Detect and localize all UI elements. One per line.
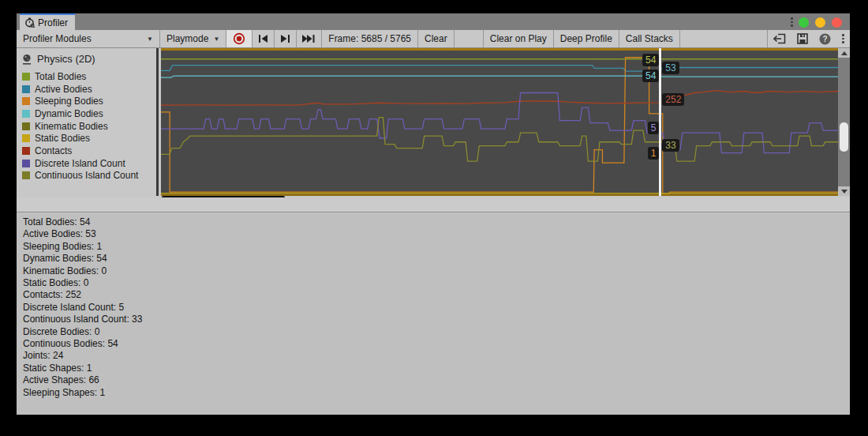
legend-swatch bbox=[22, 147, 30, 155]
chart-vertical-scrollbar[interactable] bbox=[838, 48, 850, 196]
details-stat-line: Total Bodies: 54 bbox=[23, 216, 844, 228]
chart-legend: Total BodiesActive BodiesSleeping Bodies… bbox=[22, 70, 156, 182]
traffic-light-yellow[interactable] bbox=[815, 17, 825, 28]
chart-row: Physics (2D) Total BodiesActive BodiesSl… bbox=[17, 48, 850, 196]
legend-swatch bbox=[22, 97, 30, 105]
next-frame-icon bbox=[280, 35, 290, 43]
details-stat-line: Kinematic Bodies: 0 bbox=[23, 265, 844, 277]
svg-text:?: ? bbox=[822, 35, 827, 43]
legend-label: Continuous Island Count bbox=[35, 170, 138, 181]
traffic-light-red[interactable] bbox=[832, 17, 842, 28]
series-line-active-bodies bbox=[161, 66, 838, 72]
profiler-stopwatch-icon bbox=[24, 17, 35, 28]
call-stacks-button[interactable]: Call Stacks bbox=[619, 30, 679, 47]
frame-value-badge: 5 bbox=[648, 122, 660, 134]
frame-value-badge: 54 bbox=[642, 54, 659, 66]
module-title: Physics (2D) bbox=[37, 53, 95, 65]
context-menu-button[interactable] bbox=[836, 30, 850, 47]
details-panel: Total Bodies: 54Active Bodies: 53Sleepin… bbox=[17, 213, 850, 415]
screenshot-background: Profiler Profiler Modules ▼ Playmode ▼ bbox=[0, 0, 868, 436]
load-profile-button[interactable] bbox=[768, 30, 791, 47]
details-stat-line: Static Bodies: 0 bbox=[23, 277, 844, 289]
frame-value-badge: 252 bbox=[662, 93, 684, 106]
frame-counter: Frame: 5685 / 5765 bbox=[322, 30, 417, 47]
legend-label: Contacts bbox=[35, 145, 72, 156]
profiler-toolbar: Profiler Modules ▼ Playmode ▼ bbox=[17, 30, 850, 48]
kebab-menu-icon bbox=[842, 34, 844, 43]
playhead-line[interactable] bbox=[659, 48, 661, 196]
load-icon bbox=[773, 33, 786, 44]
physics-2d-icon bbox=[22, 54, 32, 65]
help-button[interactable]: ? bbox=[814, 30, 836, 47]
legend-label: Total Bodies bbox=[35, 71, 86, 82]
playmode-dropdown[interactable]: Playmode ▼ bbox=[160, 30, 226, 47]
legend-label: Static Bodies bbox=[35, 133, 90, 144]
frame-value-badge: 53 bbox=[662, 62, 679, 74]
tab-profiler-label: Profiler bbox=[38, 17, 68, 28]
traffic-light-green[interactable] bbox=[799, 17, 809, 28]
tab-strip: Profiler bbox=[17, 13, 850, 30]
legend-item-dynamic-bodies[interactable]: Dynamic Bodies bbox=[22, 107, 156, 120]
window-menu-icon[interactable] bbox=[791, 17, 793, 27]
frame-value-badge: 33 bbox=[662, 139, 679, 152]
details-stat-line: Continuous Bodies: 54 bbox=[23, 338, 844, 350]
module-header[interactable]: Physics (2D) bbox=[22, 53, 156, 65]
legend-item-active-bodies[interactable]: Active Bodies bbox=[22, 83, 156, 96]
last-frame-icon bbox=[302, 35, 316, 43]
details-stat-line: Active Shapes: 66 bbox=[23, 374, 844, 386]
legend-item-continuous-island-count[interactable]: Continuous Island Count bbox=[22, 170, 156, 182]
save-icon bbox=[797, 33, 808, 44]
scroll-down-button[interactable] bbox=[838, 186, 850, 196]
legend-item-kinematic-bodies[interactable]: Kinematic Bodies bbox=[22, 120, 156, 133]
chevron-down-icon: ▼ bbox=[213, 36, 219, 43]
series-line-sleeping-bodies bbox=[161, 58, 838, 194]
previous-frame-icon bbox=[258, 35, 268, 43]
toolbar-right-group: ? bbox=[768, 30, 850, 47]
legend-item-contacts[interactable]: Contacts bbox=[22, 145, 156, 157]
toolbar-gap bbox=[455, 30, 483, 47]
details-stat-line: Contacts: 252 bbox=[23, 289, 844, 301]
details-toolbar-strip bbox=[17, 197, 850, 212]
legend-swatch bbox=[22, 171, 30, 179]
legend-swatch bbox=[22, 73, 30, 81]
details-stat-line: Discrete Bodies: 0 bbox=[23, 326, 844, 338]
legend-item-sleeping-bodies[interactable]: Sleeping Bodies bbox=[22, 95, 156, 107]
current-frame-button[interactable] bbox=[297, 30, 321, 47]
record-button[interactable] bbox=[226, 30, 252, 47]
frame-value-badge: 1 bbox=[648, 147, 660, 160]
series-line-contacts bbox=[161, 91, 838, 106]
legend-swatch bbox=[22, 110, 30, 118]
toolbar-spacer bbox=[680, 30, 767, 47]
profiler-window: Profiler Profiler Modules ▼ Playmode ▼ bbox=[17, 13, 850, 415]
legend-label: Discrete Island Count bbox=[35, 158, 125, 169]
legend-item-static-bodies[interactable]: Static Bodies bbox=[22, 132, 156, 145]
legend-swatch bbox=[22, 85, 30, 93]
deep-profile-button[interactable]: Deep Profile bbox=[554, 30, 619, 47]
legend-swatch bbox=[22, 122, 30, 130]
series-line-dynamic-bodies bbox=[161, 76, 838, 77]
legend-item-total-bodies[interactable]: Total Bodies bbox=[22, 70, 156, 83]
details-stat-line: Joints: 24 bbox=[23, 350, 844, 362]
profiler-modules-dropdown[interactable]: Profiler Modules ▼ bbox=[17, 30, 159, 47]
clear-button[interactable]: Clear bbox=[418, 30, 454, 47]
next-frame-button[interactable] bbox=[275, 30, 296, 47]
legend-label: Kinematic Bodies bbox=[35, 121, 108, 132]
triangle-up-icon bbox=[841, 51, 847, 55]
details-stat-line: Continuous Island Count: 33 bbox=[23, 314, 844, 325]
clear-on-play-button[interactable]: Clear on Play bbox=[484, 30, 553, 47]
tab-profiler[interactable]: Profiler bbox=[20, 13, 75, 30]
legend-swatch bbox=[22, 134, 30, 142]
legend-swatch bbox=[22, 160, 30, 167]
legend-item-discrete-island-count[interactable]: Discrete Island Count bbox=[22, 157, 156, 170]
chart-vertical-scrollbar-thumb[interactable] bbox=[840, 122, 848, 152]
profiler-chart[interactable]: 5454515325233 bbox=[161, 48, 838, 196]
previous-frame-button[interactable] bbox=[253, 30, 274, 47]
profiler-modules-label: Profiler Modules bbox=[23, 33, 92, 44]
module-sidebar: Physics (2D) Total BodiesActive BodiesSl… bbox=[17, 48, 159, 196]
details-stat-line: Discrete Island Count: 5 bbox=[23, 302, 844, 314]
save-profile-button[interactable] bbox=[791, 30, 814, 47]
scroll-up-button[interactable] bbox=[838, 48, 850, 58]
details-stat-line: Active Bodies: 53 bbox=[23, 228, 844, 240]
details-stat-line: Sleeping Shapes: 1 bbox=[23, 387, 844, 399]
playmode-label: Playmode bbox=[166, 33, 208, 44]
